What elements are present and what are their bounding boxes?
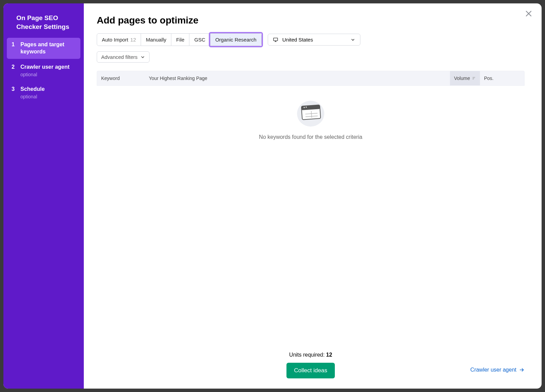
chevron-down-icon xyxy=(140,55,145,60)
empty-state: No keywords found for the selected crite… xyxy=(97,86,436,314)
svg-rect-0 xyxy=(274,38,278,40)
step-crawler-user-agent[interactable]: 2 Crawler user agent optional xyxy=(7,60,80,81)
tab-file[interactable]: File xyxy=(171,34,189,46)
step-label: Pages and target keywords xyxy=(20,41,76,55)
country-select[interactable]: United States xyxy=(268,34,360,46)
tab-label: Organic Research xyxy=(215,37,256,43)
tab-label: Manually xyxy=(146,37,166,43)
tab-manually[interactable]: Manually xyxy=(141,34,171,46)
desktop-icon xyxy=(273,37,278,43)
sidebar: On Page SEO Checker Settings 1 Pages and… xyxy=(3,3,84,314)
source-tabs: Auto Import 12 Manually File GSC Organic… xyxy=(97,33,262,46)
advanced-filters-label: Advanced filters xyxy=(101,54,138,60)
column-highest-ranking-page[interactable]: Your Highest Ranking Page xyxy=(145,71,436,85)
step-number: 1 xyxy=(12,41,16,55)
empty-state-icon xyxy=(294,99,327,127)
country-label: United States xyxy=(282,37,313,43)
step-schedule[interactable]: 3 Schedule optional xyxy=(7,82,80,103)
step-label: Crawler user agent xyxy=(20,64,69,71)
tab-auto-import[interactable]: Auto Import 12 xyxy=(97,34,141,46)
step-label: Schedule xyxy=(20,86,45,93)
step-number: 3 xyxy=(12,86,16,100)
step-pages-keywords[interactable]: 1 Pages and target keywords xyxy=(7,38,80,59)
empty-message: No keywords found for the selected crite… xyxy=(259,134,362,140)
page-title: Add pages to optimize xyxy=(97,15,436,26)
tab-gsc[interactable]: GSC xyxy=(189,34,211,46)
settings-modal: On Page SEO Checker Settings 1 Pages and… xyxy=(3,3,436,314)
main-panel: Add pages to optimize Auto Import 12 Man… xyxy=(84,3,436,314)
step-sublabel: optional xyxy=(20,94,45,100)
step-sublabel: optional xyxy=(20,71,69,78)
advanced-filters-button[interactable]: Advanced filters xyxy=(97,51,150,63)
column-keyword[interactable]: Keyword xyxy=(97,71,145,85)
chevron-down-icon xyxy=(351,37,355,42)
table-header: Keyword Your Highest Ranking Page Volume… xyxy=(97,71,436,86)
sidebar-title: On Page SEO Checker Settings xyxy=(3,14,84,38)
tab-label: GSC xyxy=(194,37,205,43)
step-number: 2 xyxy=(12,64,16,78)
tab-organic-research[interactable]: Organic Research xyxy=(211,34,261,46)
tab-label: Auto Import xyxy=(102,37,128,43)
tab-label: File xyxy=(176,37,184,43)
tab-count: 12 xyxy=(130,37,136,43)
